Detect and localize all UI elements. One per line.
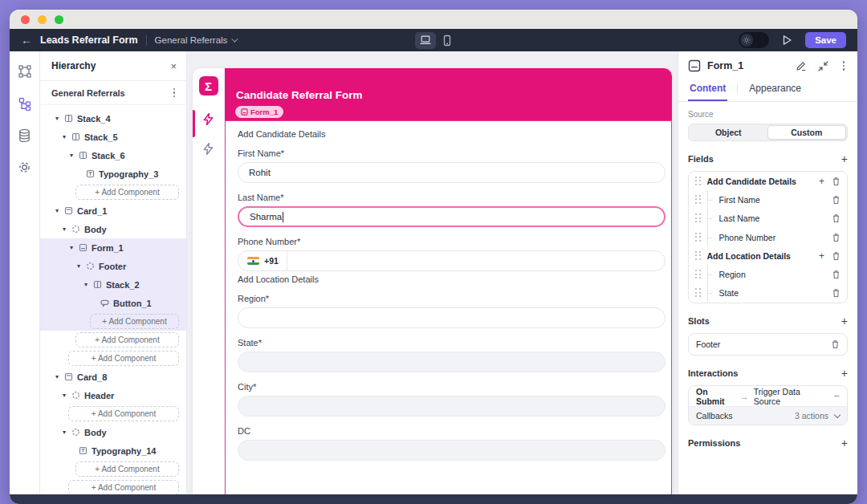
- tree-add-component-button[interactable]: + Add Component: [40, 312, 186, 331]
- tree-add-component-button[interactable]: + Add Component: [40, 183, 186, 201]
- add-component-button[interactable]: + Add Component: [75, 332, 179, 348]
- drag-handle-icon[interactable]: [695, 213, 702, 223]
- add-component-button[interactable]: + Add Component: [68, 480, 179, 494]
- tree-add-component-button[interactable]: + Add Component: [40, 349, 186, 368]
- collapse-panel-icon[interactable]: [818, 61, 828, 71]
- callbacks-row[interactable]: Callbacks 3 actions: [689, 407, 847, 425]
- add-component-button[interactable]: + Add Component: [68, 351, 179, 366]
- settings-toggle[interactable]: [739, 32, 769, 48]
- trash-icon[interactable]: [832, 177, 841, 186]
- field-input-state[interactable]: [238, 352, 666, 372]
- tree-item-body[interactable]: ▾Body: [40, 220, 186, 238]
- back-arrow-icon[interactable]: ←: [21, 34, 32, 47]
- add-subfield-icon[interactable]: +: [819, 250, 824, 262]
- tree-item-footer[interactable]: ▾Footer: [40, 257, 186, 275]
- database-icon[interactable]: [18, 128, 31, 143]
- field-input-region[interactable]: [238, 307, 666, 328]
- tree-item-button_1[interactable]: ▾Button_1: [40, 294, 186, 312]
- trash-icon[interactable]: [831, 339, 840, 349]
- caret-down-icon[interactable]: ▾: [54, 115, 60, 122]
- caret-down-icon[interactable]: ▾: [83, 281, 89, 288]
- fields-row-phone-number[interactable]: Phone Number: [689, 228, 847, 246]
- settings-gear-icon[interactable]: [18, 161, 31, 174]
- tree-item-stack_4[interactable]: ▾Stack_4: [40, 109, 186, 128]
- phone-country-prefix[interactable]: +91: [238, 251, 287, 270]
- source-option-custom[interactable]: Custom: [767, 125, 847, 140]
- field-input-dc[interactable]: [238, 440, 666, 461]
- drag-handle-icon[interactable]: [695, 288, 702, 298]
- tree-item-typography_3[interactable]: ▾Typography_3: [40, 165, 186, 183]
- caret-down-icon[interactable]: ▾: [61, 429, 67, 436]
- drag-handle-icon[interactable]: [695, 177, 702, 186]
- hierarchy-root-row[interactable]: General Referrals: [40, 81, 186, 105]
- page-breadcrumb[interactable]: General Referrals: [155, 35, 237, 45]
- trash-icon[interactable]: [832, 251, 841, 261]
- fields-row-add-candidate-details[interactable]: Add Candidate Details+: [689, 172, 847, 190]
- add-component-button[interactable]: + Add Component: [68, 406, 179, 421]
- tree-item-card_1[interactable]: ▾Card_1: [40, 201, 186, 220]
- caret-down-icon[interactable]: ▾: [61, 226, 67, 233]
- trash-icon[interactable]: [832, 195, 841, 205]
- tree-item-card_8[interactable]: ▾Card_8: [40, 368, 186, 386]
- zoom-window-button[interactable]: [55, 15, 63, 24]
- caret-down-icon[interactable]: ▾: [54, 207, 60, 214]
- drag-handle-icon[interactable]: [695, 233, 702, 242]
- close-icon[interactable]: ×: [170, 60, 177, 72]
- trash-icon[interactable]: [832, 270, 841, 279]
- save-button[interactable]: Save: [805, 32, 846, 48]
- caret-down-icon[interactable]: ▾: [68, 152, 75, 159]
- tree-item-stack_5[interactable]: ▾Stack_5: [40, 128, 186, 146]
- tree-add-component-button[interactable]: + Add Component: [40, 460, 186, 478]
- tree-item-stack_2[interactable]: ▾Stack_2: [40, 275, 186, 294]
- mobile-view-button[interactable]: [442, 35, 452, 47]
- field-input-phone-number[interactable]: +91: [238, 250, 666, 271]
- caret-down-icon[interactable]: ▾: [54, 373, 60, 380]
- tree-item-typography_14[interactable]: ▾Typography_14: [40, 441, 186, 460]
- add-slot-icon[interactable]: +: [841, 315, 848, 327]
- remove-interaction-icon[interactable]: −: [833, 390, 840, 402]
- caret-down-icon[interactable]: ▾: [68, 244, 75, 251]
- fields-row-region[interactable]: Region: [689, 265, 847, 283]
- trash-icon[interactable]: [832, 288, 841, 298]
- add-field-icon[interactable]: +: [841, 153, 848, 165]
- tree-add-component-button[interactable]: + Add Component: [40, 404, 186, 423]
- tab-appearance[interactable]: Appearance: [747, 80, 803, 100]
- trash-icon[interactable]: [832, 233, 841, 242]
- tab-content[interactable]: Content: [688, 80, 727, 101]
- more-options-icon[interactable]: [840, 59, 849, 72]
- field-input-last-name[interactable]: Sharma: [238, 206, 666, 227]
- fields-row-first-name[interactable]: First Name: [689, 190, 847, 209]
- fields-row-state[interactable]: State: [689, 284, 847, 303]
- tree-add-component-button[interactable]: + Add Component: [40, 331, 186, 349]
- add-interaction-icon[interactable]: +: [841, 368, 848, 379]
- source-option-object[interactable]: Object: [690, 125, 767, 140]
- add-component-button[interactable]: + Add Component: [75, 185, 179, 200]
- tree-item-header[interactable]: ▾Header: [40, 386, 186, 404]
- bolt-inactive-icon[interactable]: [203, 143, 214, 155]
- caret-down-icon[interactable]: ▾: [75, 262, 82, 270]
- minimize-window-button[interactable]: [38, 15, 47, 24]
- add-permission-icon[interactable]: +: [841, 437, 848, 449]
- add-component-button[interactable]: + Add Component: [90, 314, 179, 329]
- bolt-active-icon[interactable]: [203, 113, 214, 125]
- tree-item-body[interactable]: ▾Body: [40, 423, 186, 441]
- field-input-city[interactable]: [238, 396, 666, 417]
- drag-handle-icon[interactable]: [695, 270, 702, 279]
- tree-item-form_1[interactable]: ▾Form_1: [40, 238, 186, 257]
- edit-pencil-icon[interactable]: [796, 60, 807, 71]
- tree-item-stack_6[interactable]: ▾Stack_6: [40, 146, 186, 165]
- preview-play-button[interactable]: [782, 35, 792, 46]
- form-selection-badge[interactable]: Form_1: [235, 106, 283, 118]
- fields-row-add-location-details[interactable]: Add Location Details+: [689, 246, 847, 265]
- drag-handle-icon[interactable]: [695, 195, 702, 205]
- caret-down-icon[interactable]: ▾: [61, 392, 67, 399]
- more-options-icon[interactable]: [170, 87, 179, 100]
- desktop-view-button[interactable]: [415, 32, 436, 49]
- caret-down-icon[interactable]: ▾: [61, 133, 67, 140]
- trash-icon[interactable]: [832, 213, 841, 223]
- drag-handle-icon[interactable]: [695, 251, 702, 261]
- add-component-button[interactable]: + Add Component: [75, 461, 179, 477]
- artboard-icon[interactable]: [18, 64, 32, 79]
- interaction-on-submit-row[interactable]: On Submit → Trigger Data Source −: [689, 386, 847, 407]
- add-subfield-icon[interactable]: +: [819, 176, 824, 187]
